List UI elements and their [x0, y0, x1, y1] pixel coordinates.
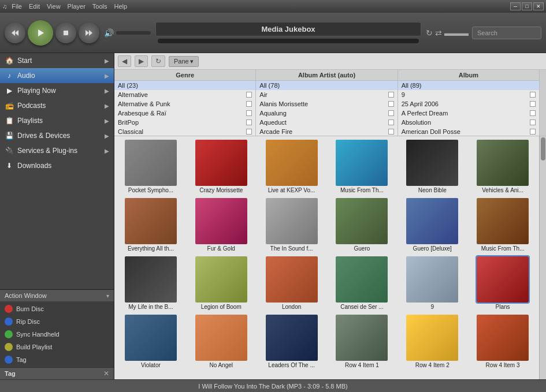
- rewind-button[interactable]: [5, 23, 25, 43]
- album-check-25april[interactable]: [530, 101, 536, 107]
- album-item-all[interactable]: All (89): [398, 81, 539, 90]
- sidebar-item-services[interactable]: 🔌 Services & Plug-ins ▶: [0, 143, 114, 158]
- album-item[interactable]: The In Sound f...: [258, 197, 326, 253]
- artist-check-air[interactable]: [388, 92, 394, 98]
- grid-scroll-thumb[interactable]: [541, 137, 545, 160]
- volume-slider[interactable]: [116, 31, 151, 35]
- progress-bar-container[interactable]: [158, 39, 419, 43]
- album-item-american-doll[interactable]: American Doll Posse: [398, 127, 539, 136]
- album-item[interactable]: Fur & Gold: [187, 197, 255, 253]
- menu-player[interactable]: Player: [68, 3, 86, 10]
- album-item[interactable]: Guero [Deluxe]: [398, 197, 466, 253]
- album-check-perfect-dream[interactable]: [530, 110, 536, 116]
- action-build-playlist[interactable]: Build Playlist: [0, 341, 114, 353]
- album-title: Live at KEXP Vo...: [268, 187, 315, 193]
- sidebar-item-drives-devices[interactable]: 💾 Drives & Devices ▶: [0, 128, 114, 143]
- shuffle-icon[interactable]: ⇄: [435, 28, 442, 38]
- genre-check-britpop[interactable]: [246, 120, 252, 125]
- eq-icon[interactable]: ▬▬▬: [444, 28, 469, 38]
- album-item-9[interactable]: 9: [398, 90, 539, 99]
- album-item[interactable]: Music From Th...: [469, 197, 537, 253]
- search-input[interactable]: [472, 27, 541, 39]
- menu-file[interactable]: File: [12, 3, 22, 10]
- fast-forward-button[interactable]: [79, 23, 99, 43]
- album-item-absolution[interactable]: Absolution: [398, 118, 539, 127]
- album-check-american-doll[interactable]: [530, 129, 536, 135]
- action-sync-handheld[interactable]: Sync Handheld: [0, 328, 114, 341]
- album-item[interactable]: My Life in the B...: [117, 255, 185, 311]
- album-item[interactable]: Legion of Boom: [187, 255, 255, 311]
- album-item[interactable]: Cansei de Ser ...: [328, 255, 396, 311]
- tag-close-button[interactable]: ✕: [103, 369, 109, 378]
- stop-button[interactable]: [55, 23, 76, 43]
- artist-check-alanis[interactable]: [388, 101, 394, 107]
- menu-edit[interactable]: Edit: [29, 3, 40, 10]
- album-item[interactable]: Everything All th...: [117, 197, 185, 253]
- artist-item-aqualung[interactable]: Aqualung: [256, 109, 397, 118]
- genre-item-alternative[interactable]: Alternative: [114, 90, 255, 99]
- menu-view[interactable]: View: [47, 3, 61, 10]
- album-item[interactable]: Row 4 Item 3: [469, 313, 537, 369]
- album-item[interactable]: Live at KEXP Vo...: [258, 139, 326, 195]
- artist-check-aqualung[interactable]: [388, 110, 394, 116]
- maximize-button[interactable]: □: [522, 2, 532, 10]
- artist-item-air[interactable]: Air: [256, 90, 397, 99]
- album-item[interactable]: Leaders Of The ...: [258, 313, 326, 369]
- album-item[interactable]: Violator: [117, 313, 185, 369]
- menu-help[interactable]: Help: [114, 3, 127, 10]
- album-item[interactable]: 9: [398, 255, 466, 311]
- sidebar-item-podcasts[interactable]: 📻 Podcasts ▶: [0, 98, 114, 113]
- genre-item-classical[interactable]: Classical: [114, 127, 255, 136]
- genre-check-classical[interactable]: [246, 129, 252, 135]
- album-item[interactable]: Guero: [328, 197, 396, 253]
- artist-check-aqueduct[interactable]: [388, 120, 394, 125]
- minimize-button[interactable]: ─: [510, 2, 521, 10]
- album-check-absolution[interactable]: [530, 120, 536, 125]
- action-tag[interactable]: Tag: [0, 353, 114, 366]
- album-item[interactable]: Row 4 Item 2: [398, 313, 466, 369]
- sidebar-item-audio[interactable]: ♪ Audio ▶: [0, 68, 114, 83]
- genre-item-altpunk[interactable]: Alternative & Punk: [114, 99, 255, 109]
- action-window-header[interactable]: Action Window ▾: [0, 290, 114, 301]
- album-item[interactable]: Row 4 Item 1: [328, 313, 396, 369]
- album-item[interactable]: No Angel: [187, 313, 255, 369]
- album-item[interactable]: Vehicles & Ani...: [469, 139, 537, 195]
- artist-item-all[interactable]: All (78): [256, 81, 397, 90]
- pane-button[interactable]: Pane ▾: [169, 56, 199, 67]
- close-button[interactable]: ✕: [533, 2, 544, 10]
- album-item[interactable]: Crazy Morissette: [187, 139, 255, 195]
- artist-item-aqueduct[interactable]: Aqueduct: [256, 118, 397, 127]
- album-item-perfect-dream[interactable]: A Perfect Dream: [398, 109, 539, 118]
- grid-scrollbar[interactable]: [539, 136, 546, 379]
- menu-tools[interactable]: Tools: [92, 3, 107, 10]
- stop-icon: [62, 29, 69, 36]
- sidebar-item-playlists[interactable]: 📋 Playlists ▶: [0, 113, 114, 128]
- sidebar-item-downloads[interactable]: ⬇ Downloads: [0, 158, 114, 173]
- album-item[interactable]: Music From Th...: [328, 139, 396, 195]
- repeat-icon[interactable]: ↻: [426, 28, 433, 38]
- action-rip-disc[interactable]: Rip Disc: [0, 315, 114, 328]
- genre-item-all[interactable]: All (23): [114, 81, 255, 90]
- album-check-9[interactable]: [530, 92, 536, 98]
- artist-item-alanis[interactable]: Alanis Morissette: [256, 99, 397, 109]
- genre-item-britpop[interactable]: BritPop: [114, 118, 255, 127]
- album-item[interactable]: London: [258, 255, 326, 311]
- artist-item-arcade-fire[interactable]: Arcade Fire: [256, 127, 397, 136]
- sidebar-item-start[interactable]: 🏠 Start ▶: [0, 53, 114, 68]
- forward-button[interactable]: ▶: [135, 55, 148, 67]
- album-item[interactable]: Plans: [469, 255, 537, 311]
- genre-item-arabesque[interactable]: Arabesque & Raï: [114, 109, 255, 118]
- sidebar-item-playing-now[interactable]: ▶ Playing Now ▶: [0, 83, 114, 98]
- artist-check-arcade-fire[interactable]: [388, 129, 394, 135]
- action-burn-disc[interactable]: Burn Disc: [0, 303, 114, 315]
- genre-check-arabesque[interactable]: [246, 110, 252, 116]
- album-item[interactable]: Neon Bible: [398, 139, 466, 195]
- play-button[interactable]: [28, 20, 53, 46]
- genre-check-altpunk[interactable]: [246, 101, 252, 107]
- album-item[interactable]: Pocket Sympho...: [117, 139, 185, 195]
- genre-check-alternative[interactable]: [246, 92, 252, 98]
- refresh-button[interactable]: ↻: [151, 55, 165, 67]
- back-button[interactable]: ◀: [118, 55, 131, 67]
- album-item-25april[interactable]: 25 April 2006: [398, 99, 539, 109]
- browser-scrollbar[interactable]: [539, 70, 546, 136]
